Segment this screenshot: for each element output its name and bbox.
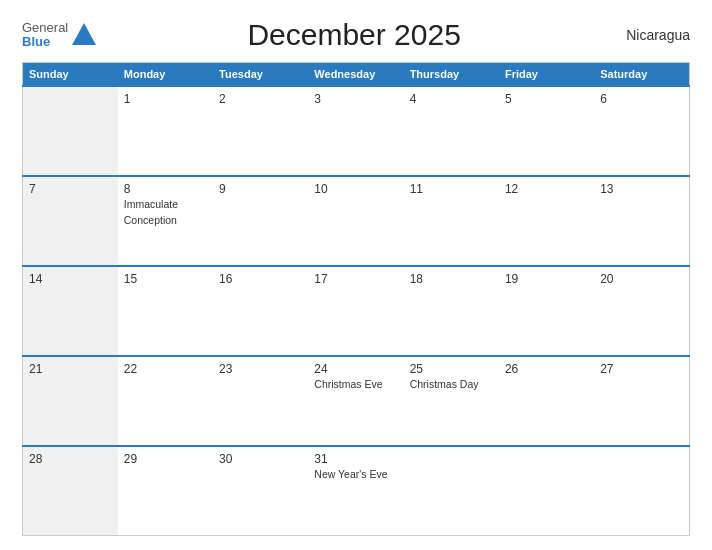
calendar-cell	[404, 446, 499, 536]
event-label: Immaculate	[124, 198, 207, 212]
day-number: 17	[314, 272, 397, 286]
col-friday: Friday	[499, 63, 594, 87]
calendar-cell: 14	[23, 266, 118, 356]
calendar-cell: 7	[23, 176, 118, 266]
calendar-cell: 31New Year's Eve	[308, 446, 403, 536]
calendar-week-3: 14151617181920	[23, 266, 690, 356]
calendar-cell: 5	[499, 86, 594, 176]
day-number: 2	[219, 92, 302, 106]
calendar-cell: 21	[23, 356, 118, 446]
country-label: Nicaragua	[610, 27, 690, 43]
calendar-cell: 1	[118, 86, 213, 176]
calendar-cell: 19	[499, 266, 594, 356]
day-number: 24	[314, 362, 397, 376]
day-number: 3	[314, 92, 397, 106]
calendar-cell	[23, 86, 118, 176]
calendar-cell: 15	[118, 266, 213, 356]
calendar-cell: 24Christmas Eve	[308, 356, 403, 446]
calendar-cell	[594, 446, 689, 536]
day-number: 27	[600, 362, 683, 376]
col-wednesday: Wednesday	[308, 63, 403, 87]
col-thursday: Thursday	[404, 63, 499, 87]
day-number: 31	[314, 452, 397, 466]
event-label: New Year's Eve	[314, 468, 397, 482]
day-number: 6	[600, 92, 683, 106]
day-number: 12	[505, 182, 588, 196]
logo-general: General	[22, 21, 68, 35]
day-number: 1	[124, 92, 207, 106]
logo-icon	[70, 21, 98, 49]
day-number: 9	[219, 182, 302, 196]
day-number: 23	[219, 362, 302, 376]
calendar-cell: 20	[594, 266, 689, 356]
day-number: 15	[124, 272, 207, 286]
calendar-cell: 12	[499, 176, 594, 266]
page-title: December 2025	[98, 18, 610, 52]
calendar-cell: 8ImmaculateConception	[118, 176, 213, 266]
calendar-cell: 13	[594, 176, 689, 266]
day-number: 22	[124, 362, 207, 376]
day-number: 7	[29, 182, 112, 196]
day-number: 8	[124, 182, 207, 196]
calendar-cell: 30	[213, 446, 308, 536]
day-number: 5	[505, 92, 588, 106]
calendar-cell: 2	[213, 86, 308, 176]
day-number: 30	[219, 452, 302, 466]
calendar-cell: 10	[308, 176, 403, 266]
calendar-cell: 29	[118, 446, 213, 536]
calendar-cell: 26	[499, 356, 594, 446]
day-number: 14	[29, 272, 112, 286]
day-number: 28	[29, 452, 112, 466]
calendar-cell: 17	[308, 266, 403, 356]
calendar-cell: 4	[404, 86, 499, 176]
day-number: 20	[600, 272, 683, 286]
day-number: 10	[314, 182, 397, 196]
calendar-cell: 9	[213, 176, 308, 266]
calendar-cell: 16	[213, 266, 308, 356]
calendar-table: Sunday Monday Tuesday Wednesday Thursday…	[22, 62, 690, 536]
calendar-cell: 18	[404, 266, 499, 356]
day-number: 18	[410, 272, 493, 286]
col-monday: Monday	[118, 63, 213, 87]
logo-blue: Blue	[22, 35, 68, 49]
svg-marker-0	[72, 23, 96, 45]
day-number: 21	[29, 362, 112, 376]
day-number: 29	[124, 452, 207, 466]
day-number: 19	[505, 272, 588, 286]
calendar-week-5: 28293031New Year's Eve	[23, 446, 690, 536]
page: General Blue December 2025 Nicaragua Sun…	[0, 0, 712, 550]
calendar-week-4: 21222324Christmas Eve25Christmas Day2627	[23, 356, 690, 446]
event-label: Christmas Eve	[314, 378, 397, 392]
day-number: 13	[600, 182, 683, 196]
header: General Blue December 2025 Nicaragua	[22, 18, 690, 52]
col-sunday: Sunday	[23, 63, 118, 87]
calendar-cell: 28	[23, 446, 118, 536]
calendar-cell: 3	[308, 86, 403, 176]
event-label: Christmas Day	[410, 378, 493, 392]
calendar-cell: 27	[594, 356, 689, 446]
col-saturday: Saturday	[594, 63, 689, 87]
calendar-cell: 11	[404, 176, 499, 266]
calendar-week-2: 78ImmaculateConception910111213	[23, 176, 690, 266]
calendar-week-1: 123456	[23, 86, 690, 176]
day-number: 25	[410, 362, 493, 376]
col-tuesday: Tuesday	[213, 63, 308, 87]
logo-text: General Blue	[22, 21, 68, 50]
calendar-header-row: Sunday Monday Tuesday Wednesday Thursday…	[23, 63, 690, 87]
calendar-cell: 6	[594, 86, 689, 176]
day-number: 11	[410, 182, 493, 196]
calendar-cell: 23	[213, 356, 308, 446]
calendar-cell: 25Christmas Day	[404, 356, 499, 446]
day-number: 4	[410, 92, 493, 106]
event-label: Conception	[124, 214, 207, 228]
calendar-cell	[499, 446, 594, 536]
calendar-cell: 22	[118, 356, 213, 446]
logo: General Blue	[22, 21, 98, 50]
day-number: 26	[505, 362, 588, 376]
day-number: 16	[219, 272, 302, 286]
